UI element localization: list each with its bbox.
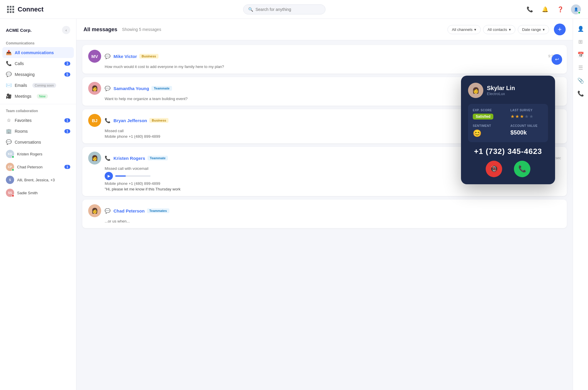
messages-header: All messages Showing 5 messages All chan… bbox=[76, 19, 573, 40]
favorites-label: Favorites bbox=[15, 118, 32, 123]
grid-icon[interactable] bbox=[7, 6, 14, 13]
right-nav-calendar-icon[interactable]: 📅 bbox=[575, 49, 586, 60]
sidebar-item-emails[interactable]: ✉️ Emails Coming soon bbox=[0, 80, 76, 91]
accept-call-button[interactable]: 📞 bbox=[514, 161, 530, 177]
help-icon[interactable]: ❓ bbox=[556, 5, 565, 14]
conversations-label: Conversations bbox=[15, 140, 41, 145]
chevron-down-icon: ▾ bbox=[509, 27, 511, 32]
sidebar-header: ACME Corp. ‹ bbox=[0, 24, 76, 39]
sidebar-divider bbox=[0, 104, 76, 104]
sentiment-stat: SENTIMENT 😊 bbox=[473, 124, 506, 137]
nav-left: Connect bbox=[7, 6, 44, 13]
right-nav-attach-icon[interactable]: 📎 bbox=[575, 75, 586, 86]
star-5: ★ bbox=[529, 114, 533, 119]
calls-badge: 3 bbox=[64, 62, 70, 66]
filter-all-channels[interactable]: All channels ▾ bbox=[447, 25, 481, 34]
audio-progress-bar bbox=[115, 175, 151, 177]
sidebar-item-meetings[interactable]: 🎥 Meetings New bbox=[0, 91, 76, 102]
search-icon: 🔍 bbox=[248, 7, 253, 12]
messaging-label: Messaging bbox=[15, 72, 35, 77]
phone-icon[interactable]: 📞 bbox=[525, 5, 534, 14]
sidebar-item-rooms[interactable]: 🏢 Rooms 1 bbox=[0, 126, 76, 137]
caller-company: ElectroLux bbox=[487, 92, 515, 96]
right-nav-list-icon[interactable]: ☰ bbox=[575, 62, 586, 73]
message-card-chad[interactable]: 👩 💬 Chad Peterson Teammates ...or us whe… bbox=[82, 200, 567, 228]
nav-icons: 📞 🔔 ❓ 👤 bbox=[525, 4, 581, 14]
bryan-name: Bryan Jefferson bbox=[113, 118, 147, 123]
app-title: Connect bbox=[18, 6, 44, 13]
group-label: Alli, Brent, Jessica, +3 bbox=[17, 178, 55, 182]
caller-phone-number: +1 (732) 345-4623 bbox=[468, 147, 548, 156]
sidebar-item-favorites[interactable]: ☆ Favorites 1 bbox=[0, 115, 76, 126]
star-4: ★ bbox=[524, 114, 529, 119]
right-nav-contact-icon[interactable]: 👤 bbox=[575, 24, 586, 34]
right-sidebar: 👤 ⊞ 📅 ☰ 📎 📞 bbox=[573, 19, 588, 390]
right-nav-phone-icon[interactable]: 📞 bbox=[575, 88, 586, 99]
user-avatar[interactable]: 👤 bbox=[571, 4, 581, 14]
favorites-icon: ☆ bbox=[6, 117, 12, 123]
decline-call-button[interactable]: 📵 bbox=[486, 161, 502, 177]
collapse-sidebar-button[interactable]: ‹ bbox=[62, 26, 70, 34]
caller-name: Skylar Lin bbox=[487, 85, 515, 92]
group-avatar: S bbox=[6, 176, 14, 184]
emails-icon: ✉️ bbox=[6, 82, 12, 88]
msg-info: 💬 Chad Peterson Teammates bbox=[105, 208, 561, 214]
add-message-button[interactable]: + bbox=[554, 24, 566, 35]
chad-avatar: CP bbox=[6, 163, 14, 171]
star-3: ★ bbox=[520, 114, 524, 119]
avatar-initials: 👤 bbox=[574, 7, 578, 11]
mike-victor-avatar: MV bbox=[88, 50, 101, 63]
reply-button[interactable]: ↩ bbox=[552, 54, 562, 65]
sidebar-item-messaging[interactable]: 💬 Messaging 5 bbox=[0, 69, 76, 80]
last-survey-label: LAST SURVEY bbox=[510, 109, 543, 112]
sidebar-item-calls[interactable]: 📞 Calls 3 bbox=[0, 58, 76, 69]
conversation-group[interactable]: S Alli, Brent, Jessica, +3 bbox=[0, 173, 76, 186]
msg-header: 👩 💬 Chad Peterson Teammates bbox=[88, 204, 561, 217]
kristen-msg-avatar: 👩 bbox=[88, 152, 101, 165]
top-nav: Connect 🔍 📞 🔔 ❓ 👤 bbox=[0, 0, 588, 19]
call-icon: 📞 bbox=[105, 155, 111, 161]
filter-all-contacts[interactable]: All contacts ▾ bbox=[483, 25, 515, 34]
survey-stars: ★ ★ ★ ★ ★ bbox=[510, 114, 543, 119]
favorites-badge: 1 bbox=[64, 118, 70, 122]
online-dot bbox=[578, 11, 581, 14]
msg-info: 💬 Mike Victor Business bbox=[105, 54, 545, 59]
sidebar-item-conversations[interactable]: 💬 Conversations bbox=[0, 137, 76, 147]
messages-wrapper: MV 💬 Mike Victor Business 9:30 am How mu… bbox=[76, 40, 573, 390]
filter-date-range[interactable]: Date range ▾ bbox=[518, 25, 549, 34]
chad-text: ...or us when... bbox=[88, 219, 561, 223]
call-stats: EXP. SCORE Satisfied LAST SURVEY ★ ★ ★ ★… bbox=[468, 104, 548, 142]
right-nav-grid-icon[interactable]: ⊞ bbox=[575, 36, 586, 47]
meetings-label: Meetings bbox=[15, 94, 31, 99]
rooms-badge: 1 bbox=[64, 129, 70, 133]
conversation-kristen[interactable]: KR Kristen Rogers bbox=[0, 147, 76, 160]
chad-badge: 1 bbox=[64, 165, 70, 169]
exp-score-value: Satisfied bbox=[473, 114, 493, 120]
call-card-header: 👩 Skylar Lin ElectroLux bbox=[468, 83, 548, 98]
conversations-icon: 💬 bbox=[6, 139, 12, 145]
messaging-icon: 💬 bbox=[6, 72, 12, 77]
message-card-mike-victor[interactable]: MV 💬 Mike Victor Business 9:30 am How mu… bbox=[82, 45, 567, 74]
call-card-overlay: 👩 Skylar Lin ElectroLux EXP. SCORE Satis… bbox=[461, 76, 555, 184]
bell-icon[interactable]: 🔔 bbox=[540, 5, 550, 14]
chevron-down-icon: ▾ bbox=[543, 27, 545, 32]
chat-icon: 💬 bbox=[105, 54, 111, 59]
chad-msg-name: Chad Peterson bbox=[113, 208, 145, 213]
sidebar-item-all-communications[interactable]: 📥 All communications bbox=[2, 47, 74, 58]
calls-label: Calls bbox=[15, 61, 24, 66]
chevron-down-icon: ▾ bbox=[474, 27, 476, 32]
account-value: $500k bbox=[510, 129, 527, 136]
conversation-chad[interactable]: CP Chad Peterson 1 bbox=[0, 160, 76, 173]
search-bar[interactable]: 🔍 bbox=[243, 4, 325, 14]
star-1: ★ bbox=[510, 114, 514, 119]
call-icon: 📞 bbox=[105, 118, 111, 123]
conversation-sadie[interactable]: SS Sadie Smith bbox=[0, 186, 76, 199]
header-filters: All channels ▾ All contacts ▾ Date range… bbox=[447, 25, 549, 34]
sadie-status-dot bbox=[12, 195, 14, 197]
search-input[interactable] bbox=[255, 7, 320, 12]
call-actions: 📵 📞 bbox=[468, 161, 548, 177]
play-button[interactable]: ▶ bbox=[105, 172, 113, 180]
kristen-online-dot bbox=[12, 156, 14, 158]
account-value-label: ACCOUNT VALUE bbox=[510, 124, 543, 127]
samantha-tag: Teammate bbox=[151, 86, 172, 91]
